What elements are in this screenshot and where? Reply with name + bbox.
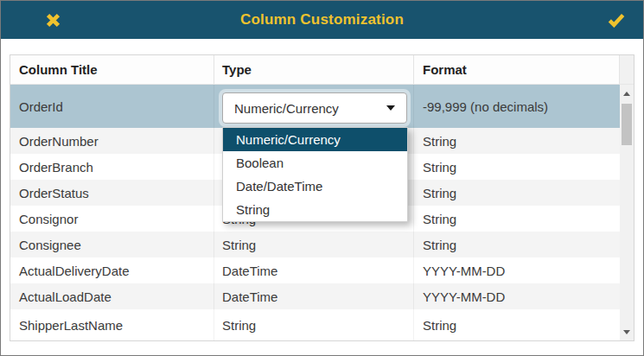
cell-format: String xyxy=(414,128,620,154)
check-icon xyxy=(607,12,626,28)
dropdown-option[interactable]: Date/DateTime xyxy=(223,175,407,198)
table-row[interactable]: ActualLoadDateDateTimeYYYY-MM-DD xyxy=(10,283,620,309)
cell-column-title: OrderStatus xyxy=(10,180,214,206)
table-row[interactable]: ActualDeliveryDateDateTimeYYYY-MM-DD xyxy=(10,257,620,283)
cell-column-title: OrderBranch xyxy=(10,154,214,180)
header-scrollbar-filler xyxy=(620,55,634,84)
close-button[interactable] xyxy=(46,13,61,28)
cell-column-title: OrderId xyxy=(10,85,214,128)
scroll-down-button[interactable] xyxy=(620,325,634,339)
table-row[interactable]: ShipperLastNameStringString xyxy=(10,309,620,340)
dialog-title: Column Customization xyxy=(1,11,643,29)
cell-format: YYYY-MM-DD xyxy=(414,283,620,309)
cell-format: String xyxy=(414,206,620,232)
header-type: Type xyxy=(214,55,414,84)
cell-column-title: Consignor xyxy=(10,206,214,232)
table-row[interactable]: ConsigneeStringString xyxy=(10,232,620,257)
type-select-value: Numeric/Currency xyxy=(234,101,339,116)
scrollbar-thumb[interactable] xyxy=(622,104,632,145)
cell-type: DateTime xyxy=(214,283,414,309)
grid-header: Column Title Type Format xyxy=(10,55,634,85)
dropdown-option[interactable]: Numeric/Currency xyxy=(223,128,407,151)
dialog-titlebar: Column Customization xyxy=(1,1,643,39)
scroll-up-button[interactable] xyxy=(620,86,634,100)
cell-type: DateTime xyxy=(214,257,414,283)
cell-column-title: OrderNumber xyxy=(10,128,214,154)
cell-format: String xyxy=(414,154,620,180)
cell-format: YYYY-MM-DD xyxy=(414,257,620,283)
cell-format: String xyxy=(414,180,620,206)
cell-column-title: ActualDeliveryDate xyxy=(10,257,214,283)
dropdown-option[interactable]: Boolean xyxy=(223,151,407,175)
type-dropdown-menu: Numeric/CurrencyBooleanDate/DateTimeStri… xyxy=(222,127,408,222)
cell-type: String xyxy=(214,232,414,257)
chevron-down-icon xyxy=(386,105,395,111)
triangle-down-icon xyxy=(623,330,630,334)
cell-column-title: ActualLoadDate xyxy=(10,283,214,309)
cell-column-title: ShipperLastName xyxy=(10,309,214,340)
cell-type: String xyxy=(214,309,414,340)
cell-format: String xyxy=(414,232,620,257)
column-customization-dialog: Column Customization Column Title Type F… xyxy=(0,0,644,356)
dropdown-option[interactable]: String xyxy=(223,198,407,221)
cell-format: -99,999 (no decimals) xyxy=(414,85,620,128)
close-icon xyxy=(46,13,61,28)
cell-column-title: Consignee xyxy=(10,232,214,257)
header-column-title: Column Title xyxy=(10,55,214,84)
vertical-scrollbar[interactable] xyxy=(620,85,634,340)
triangle-up-icon xyxy=(623,92,630,96)
cell-format: String xyxy=(414,309,620,340)
header-format: Format xyxy=(414,55,620,84)
confirm-button[interactable] xyxy=(607,12,626,28)
type-select[interactable]: Numeric/Currency xyxy=(222,92,407,124)
